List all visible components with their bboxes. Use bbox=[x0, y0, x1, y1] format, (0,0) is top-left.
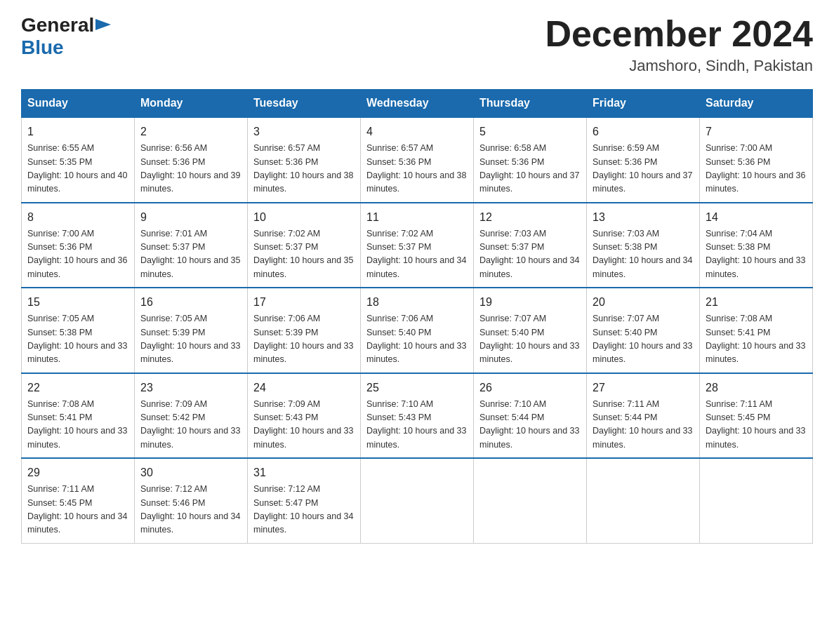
calendar-cell: 2Sunrise: 6:56 AMSunset: 5:36 PMDaylight… bbox=[135, 117, 248, 203]
logo: General Blue bbox=[21, 14, 111, 59]
day-number: 24 bbox=[253, 380, 355, 396]
weekday-header-thursday: Thursday bbox=[474, 90, 587, 118]
day-number: 15 bbox=[27, 294, 128, 311]
day-info: Sunrise: 7:01 AMSunset: 5:37 PMDaylight:… bbox=[140, 227, 241, 282]
calendar-cell: 11Sunrise: 7:02 AMSunset: 5:37 PMDayligh… bbox=[361, 203, 474, 288]
weekday-header-friday: Friday bbox=[587, 90, 700, 118]
day-number: 1 bbox=[27, 123, 128, 140]
day-info: Sunrise: 7:11 AMSunset: 5:45 PMDaylight:… bbox=[706, 398, 807, 452]
day-info: Sunrise: 7:02 AMSunset: 5:37 PMDaylight:… bbox=[253, 227, 355, 282]
day-info: Sunrise: 7:11 AMSunset: 5:45 PMDaylight:… bbox=[27, 483, 128, 537]
day-info: Sunrise: 6:56 AMSunset: 5:36 PMDaylight:… bbox=[140, 142, 241, 196]
calendar-body: 1Sunrise: 6:55 AMSunset: 5:35 PMDaylight… bbox=[22, 117, 813, 543]
month-year-title: December 2024 bbox=[545, 14, 813, 54]
calendar-cell: 22Sunrise: 7:08 AMSunset: 5:41 PMDayligh… bbox=[22, 373, 135, 459]
calendar-cell: 27Sunrise: 7:11 AMSunset: 5:44 PMDayligh… bbox=[587, 373, 700, 459]
calendar-cell: 3Sunrise: 6:57 AMSunset: 5:36 PMDaylight… bbox=[248, 117, 361, 203]
day-info: Sunrise: 7:10 AMSunset: 5:44 PMDaylight:… bbox=[479, 398, 581, 452]
calendar-cell: 24Sunrise: 7:09 AMSunset: 5:43 PMDayligh… bbox=[248, 373, 361, 459]
calendar-cell bbox=[474, 458, 587, 543]
day-number: 19 bbox=[479, 294, 581, 311]
weekday-header-monday: Monday bbox=[135, 90, 248, 118]
weekday-header-row: SundayMondayTuesdayWednesdayThursdayFrid… bbox=[22, 90, 813, 118]
day-info: Sunrise: 7:09 AMSunset: 5:43 PMDaylight:… bbox=[253, 398, 355, 452]
day-info: Sunrise: 7:06 AMSunset: 5:39 PMDaylight:… bbox=[253, 312, 355, 367]
calendar-cell: 15Sunrise: 7:05 AMSunset: 5:38 PMDayligh… bbox=[22, 288, 135, 373]
day-number: 6 bbox=[593, 123, 694, 140]
calendar-week-row: 22Sunrise: 7:08 AMSunset: 5:41 PMDayligh… bbox=[22, 373, 813, 459]
day-info: Sunrise: 7:05 AMSunset: 5:39 PMDaylight:… bbox=[140, 312, 241, 367]
day-number: 7 bbox=[706, 123, 807, 140]
calendar-cell: 6Sunrise: 6:59 AMSunset: 5:36 PMDaylight… bbox=[587, 117, 700, 203]
calendar-cell: 21Sunrise: 7:08 AMSunset: 5:41 PMDayligh… bbox=[700, 288, 813, 373]
day-number: 29 bbox=[27, 464, 128, 481]
day-number: 20 bbox=[593, 294, 694, 311]
day-info: Sunrise: 7:00 AMSunset: 5:36 PMDaylight:… bbox=[706, 142, 807, 196]
day-number: 21 bbox=[706, 294, 807, 311]
calendar-cell: 10Sunrise: 7:02 AMSunset: 5:37 PMDayligh… bbox=[248, 203, 361, 288]
day-number: 22 bbox=[27, 380, 128, 396]
day-info: Sunrise: 7:11 AMSunset: 5:44 PMDaylight:… bbox=[593, 398, 694, 452]
calendar-cell: 18Sunrise: 7:06 AMSunset: 5:40 PMDayligh… bbox=[361, 288, 474, 373]
day-number: 11 bbox=[366, 209, 468, 226]
day-number: 18 bbox=[366, 294, 468, 311]
calendar-cell: 12Sunrise: 7:03 AMSunset: 5:37 PMDayligh… bbox=[474, 203, 587, 288]
day-info: Sunrise: 6:57 AMSunset: 5:36 PMDaylight:… bbox=[366, 142, 468, 196]
day-number: 25 bbox=[366, 380, 468, 396]
calendar-week-row: 8Sunrise: 7:00 AMSunset: 5:36 PMDaylight… bbox=[22, 203, 813, 288]
logo-blue-text: Blue bbox=[21, 36, 64, 58]
day-info: Sunrise: 7:02 AMSunset: 5:37 PMDaylight:… bbox=[366, 227, 468, 282]
day-number: 8 bbox=[27, 209, 128, 226]
calendar-cell: 5Sunrise: 6:58 AMSunset: 5:36 PMDaylight… bbox=[474, 117, 587, 203]
calendar-cell bbox=[361, 458, 474, 543]
weekday-header-sunday: Sunday bbox=[22, 90, 135, 118]
day-info: Sunrise: 7:08 AMSunset: 5:41 PMDaylight:… bbox=[27, 398, 128, 452]
calendar-cell: 26Sunrise: 7:10 AMSunset: 5:44 PMDayligh… bbox=[474, 373, 587, 459]
day-number: 26 bbox=[479, 380, 581, 396]
day-info: Sunrise: 7:03 AMSunset: 5:38 PMDaylight:… bbox=[593, 227, 694, 282]
weekday-header-tuesday: Tuesday bbox=[248, 90, 361, 118]
day-info: Sunrise: 7:04 AMSunset: 5:38 PMDaylight:… bbox=[706, 227, 807, 282]
day-info: Sunrise: 7:07 AMSunset: 5:40 PMDaylight:… bbox=[593, 312, 694, 367]
day-info: Sunrise: 7:05 AMSunset: 5:38 PMDaylight:… bbox=[27, 312, 128, 367]
day-number: 14 bbox=[706, 209, 807, 226]
calendar-cell: 23Sunrise: 7:09 AMSunset: 5:42 PMDayligh… bbox=[135, 373, 248, 459]
calendar-cell: 7Sunrise: 7:00 AMSunset: 5:36 PMDaylight… bbox=[700, 117, 813, 203]
day-info: Sunrise: 7:08 AMSunset: 5:41 PMDaylight:… bbox=[706, 312, 807, 367]
day-number: 23 bbox=[140, 380, 241, 396]
day-info: Sunrise: 7:00 AMSunset: 5:36 PMDaylight:… bbox=[27, 227, 128, 282]
day-info: Sunrise: 6:58 AMSunset: 5:36 PMDaylight:… bbox=[479, 142, 581, 196]
day-number: 17 bbox=[253, 294, 355, 311]
day-info: Sunrise: 7:03 AMSunset: 5:37 PMDaylight:… bbox=[479, 227, 581, 282]
day-info: Sunrise: 7:06 AMSunset: 5:40 PMDaylight:… bbox=[366, 312, 468, 367]
day-number: 27 bbox=[593, 380, 694, 396]
day-number: 31 bbox=[253, 464, 355, 481]
day-number: 10 bbox=[253, 209, 355, 226]
day-info: Sunrise: 7:12 AMSunset: 5:47 PMDaylight:… bbox=[253, 483, 355, 537]
page-header: General Blue December 2024 Jamshoro, Sin… bbox=[21, 14, 813, 75]
calendar-cell bbox=[700, 458, 813, 543]
day-number: 28 bbox=[706, 380, 807, 396]
calendar-cell: 30Sunrise: 7:12 AMSunset: 5:46 PMDayligh… bbox=[135, 458, 248, 543]
day-number: 16 bbox=[140, 294, 241, 311]
day-number: 5 bbox=[479, 123, 581, 140]
calendar-week-row: 15Sunrise: 7:05 AMSunset: 5:38 PMDayligh… bbox=[22, 288, 813, 373]
logo-general-text: General bbox=[21, 14, 94, 36]
day-info: Sunrise: 6:57 AMSunset: 5:36 PMDaylight:… bbox=[253, 142, 355, 196]
svg-marker-0 bbox=[95, 19, 111, 30]
day-info: Sunrise: 7:07 AMSunset: 5:40 PMDaylight:… bbox=[479, 312, 581, 367]
calendar-title-block: December 2024 Jamshoro, Sindh, Pakistan bbox=[545, 14, 813, 75]
calendar-cell: 8Sunrise: 7:00 AMSunset: 5:36 PMDaylight… bbox=[22, 203, 135, 288]
calendar-cell: 9Sunrise: 7:01 AMSunset: 5:37 PMDaylight… bbox=[135, 203, 248, 288]
day-info: Sunrise: 6:59 AMSunset: 5:36 PMDaylight:… bbox=[593, 142, 694, 196]
calendar-cell bbox=[587, 458, 700, 543]
calendar-cell: 29Sunrise: 7:11 AMSunset: 5:45 PMDayligh… bbox=[22, 458, 135, 543]
calendar-cell: 1Sunrise: 6:55 AMSunset: 5:35 PMDaylight… bbox=[22, 117, 135, 203]
calendar-cell: 13Sunrise: 7:03 AMSunset: 5:38 PMDayligh… bbox=[587, 203, 700, 288]
day-number: 12 bbox=[479, 209, 581, 226]
day-info: Sunrise: 7:09 AMSunset: 5:42 PMDaylight:… bbox=[140, 398, 241, 452]
logo-arrow-icon bbox=[95, 16, 111, 33]
day-number: 4 bbox=[366, 123, 468, 140]
calendar-cell: 14Sunrise: 7:04 AMSunset: 5:38 PMDayligh… bbox=[700, 203, 813, 288]
day-number: 30 bbox=[140, 464, 241, 481]
